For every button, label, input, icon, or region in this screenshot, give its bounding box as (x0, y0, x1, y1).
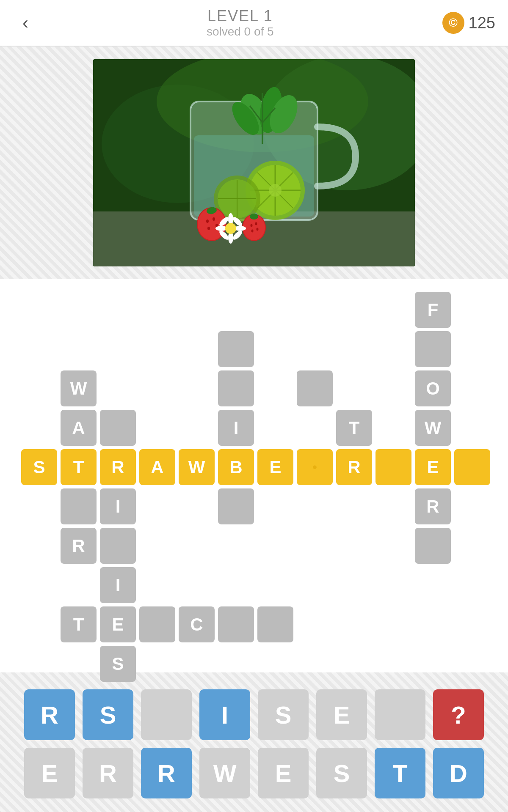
cell-I-col5: I (218, 410, 254, 446)
header: ‹ LEVEL 1 solved 0 of 5 © 125 (0, 0, 508, 47)
svg-point-36 (257, 228, 259, 231)
cell-R-strawberry: R (100, 449, 136, 485)
cell-T-strawberry: T (61, 449, 97, 485)
cell-T-tecs: T (61, 606, 97, 642)
cell-blank6 (100, 410, 136, 446)
cell-blank4 (61, 488, 97, 524)
cell-blank10 (297, 370, 333, 406)
cell-blank (415, 331, 451, 367)
level-solved: solved 0 of 5 (207, 25, 274, 38)
cell-blank2 (415, 528, 451, 564)
cell-O: O (415, 370, 451, 406)
coin-icon: © (442, 12, 464, 34)
tile-D[interactable]: D (433, 748, 484, 798)
cell-blank3 (218, 331, 254, 367)
tile-bank: R S I S E ? E R R W E S T D (0, 672, 508, 812)
cell-W-strawberry: W (179, 449, 215, 485)
cell-blank7 (100, 528, 136, 564)
svg-point-13 (269, 184, 282, 197)
crossword-section: F O W E R W A T R S R A W B E R (0, 279, 508, 672)
tile-E[interactable]: E (316, 689, 367, 740)
tile-S2[interactable]: S (258, 689, 309, 740)
tile-T[interactable]: T (375, 748, 425, 798)
cell-T-col7: T (336, 410, 372, 446)
cell-A-strawberry: A (139, 449, 175, 485)
level-title: LEVEL 1 (207, 7, 274, 25)
level-info: LEVEL 1 solved 0 of 5 (207, 7, 274, 38)
svg-point-34 (251, 224, 253, 227)
tile-question[interactable]: ? (433, 689, 484, 740)
tile-E3[interactable]: E (258, 748, 309, 798)
tile-R[interactable]: R (24, 689, 75, 740)
cell-end-strawberry (454, 449, 490, 485)
image-section (0, 47, 508, 279)
svg-point-37 (251, 230, 254, 233)
cell-S-bottom: S (100, 646, 136, 682)
cell-blank8 (218, 370, 254, 406)
svg-point-38 (250, 214, 258, 219)
svg-point-48 (225, 223, 236, 234)
cell-A: A (61, 410, 97, 446)
cell-dot-strawberry (297, 449, 333, 485)
cell-S-strawberry: S (21, 449, 57, 485)
cell-C-tecs: C (179, 606, 215, 642)
svg-point-28 (213, 217, 215, 221)
cell-blank11 (139, 606, 175, 642)
back-button[interactable]: ‹ (13, 10, 38, 36)
cell-F: F (415, 292, 451, 328)
cell-blank13 (257, 606, 293, 642)
coin-count: 125 (469, 14, 495, 32)
puzzle-image (93, 59, 415, 266)
tile-empty-1[interactable] (141, 689, 192, 740)
cell-E-flower: E (415, 449, 451, 485)
crossword-grid: F O W E R W A T R S R A W B E R (21, 292, 487, 656)
coins-area: © 125 (442, 12, 495, 34)
cell-I2-write: I (100, 567, 136, 603)
svg-point-30 (207, 227, 210, 230)
back-icon: ‹ (22, 13, 28, 33)
cell-blank12 (218, 606, 254, 642)
cell-W: W (61, 370, 97, 406)
tile-R2[interactable]: R (83, 748, 133, 798)
cell-E-tecs: E (100, 606, 136, 642)
tile-S[interactable]: S (83, 689, 133, 740)
tile-row-1: R S I S E ? (13, 689, 495, 740)
cell-blank9 (218, 488, 254, 524)
cell-R2-strawberry: R (336, 449, 372, 485)
cell-B-strawberry: B (218, 449, 254, 485)
tile-I[interactable]: I (199, 689, 250, 740)
cell-I-write: I (100, 488, 136, 524)
tile-S3[interactable]: S (316, 748, 367, 798)
cell-R-waiter: R (61, 528, 97, 564)
svg-point-35 (255, 222, 257, 225)
cell-E2-strawberry: E (257, 449, 293, 485)
tile-W[interactable]: W (199, 748, 250, 798)
svg-point-27 (206, 219, 209, 223)
tile-row-2: E R R W E S T D (13, 748, 495, 798)
tile-empty-2[interactable] (375, 689, 425, 740)
cell-blank5 (375, 449, 411, 485)
cell-R-flower: R (415, 488, 451, 524)
cell-W2: W (415, 410, 451, 446)
tile-E2[interactable]: E (24, 748, 75, 798)
tile-R3[interactable]: R (141, 748, 192, 798)
